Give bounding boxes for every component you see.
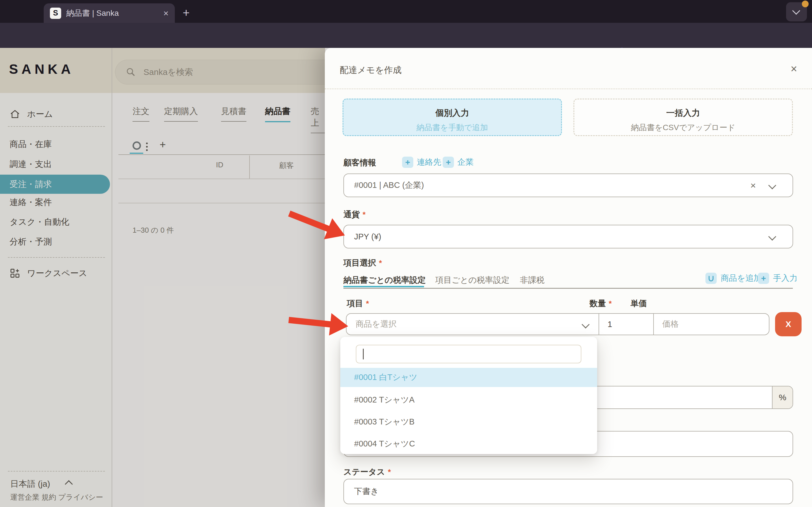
percent-suffix: % bbox=[772, 386, 793, 408]
quantity-input[interactable]: 1 bbox=[608, 320, 612, 329]
drawer-close-icon[interactable]: × bbox=[791, 62, 797, 75]
currency-select[interactable]: JPY (¥) bbox=[343, 225, 793, 248]
tax-tab-per-note[interactable]: 納品書ごとの税率設定 bbox=[343, 275, 426, 286]
row-divider bbox=[653, 314, 654, 335]
currency-label: 通貨* bbox=[343, 209, 366, 220]
active-tax-tab-underline bbox=[343, 286, 424, 287]
mode-subtitle: 納品書をCSVでアップロード bbox=[574, 122, 792, 133]
status-label: ステータス* bbox=[343, 466, 391, 478]
status-select-value: 下書き bbox=[354, 486, 379, 497]
drawer-divider bbox=[325, 89, 812, 89]
tax-tab-per-item[interactable]: 項目ごとの税率設定 bbox=[435, 275, 509, 286]
mode-subtitle: 納品書を手動で追加 bbox=[343, 122, 561, 133]
add-contact-label: 連絡先 bbox=[417, 157, 441, 168]
create-delivery-note-drawer: 配達メモを作成 × 個別入力 納品書を手動で追加 一括入力 納品書をCSVでアッ… bbox=[325, 48, 812, 507]
dropdown-option[interactable]: #0002 TシャツA bbox=[340, 390, 597, 409]
customer-info-label: 顧客情報 bbox=[343, 157, 376, 168]
add-company-label: 企業 bbox=[457, 157, 474, 168]
product-select[interactable]: 商品を選択 bbox=[356, 319, 397, 330]
tab-title: 納品書 | Sanka bbox=[66, 8, 158, 18]
chevron-down-icon bbox=[792, 7, 800, 15]
plus-icon: + bbox=[402, 157, 413, 168]
screen: S 納品書 | Sanka × + ← → app.sanka.io/ja bbox=[0, 0, 812, 507]
tab-search-button[interactable] bbox=[786, 2, 807, 21]
price-input[interactable]: 価格 bbox=[662, 319, 679, 330]
add-company-button[interactable]: + 企業 bbox=[443, 157, 474, 168]
mode-bulk-card[interactable]: 一括入力 納品書をCSVでアップロード bbox=[573, 99, 793, 136]
modal-dim-overlay bbox=[0, 48, 325, 507]
update-dot-badge bbox=[802, 1, 809, 7]
browser-toolbar: ← → app.sanka.io/ja/modules/orders/deliv… bbox=[0, 23, 812, 48]
browser-tab[interactable]: S 納品書 | Sanka × bbox=[44, 3, 175, 23]
drawer-title: 配達メモを作成 bbox=[340, 64, 402, 76]
item-selection-label: 項目選択* bbox=[343, 258, 382, 269]
chevron-down-icon[interactable] bbox=[768, 181, 776, 189]
new-tab-button[interactable]: + bbox=[183, 6, 190, 20]
manual-entry-label: 手入力 bbox=[773, 273, 798, 284]
delete-row-button[interactable]: X bbox=[775, 312, 802, 336]
add-product-button[interactable]: 商品を追加 bbox=[705, 273, 762, 284]
text-cursor bbox=[363, 349, 364, 359]
shopping-bag-icon bbox=[705, 273, 717, 284]
tab-favicon: S bbox=[50, 8, 61, 19]
plus-icon: + bbox=[443, 157, 454, 168]
column-qty-label: 数量* bbox=[590, 298, 612, 309]
dropdown-option[interactable]: #0001 白Tシャツ bbox=[340, 368, 597, 387]
plus-icon: + bbox=[758, 273, 769, 284]
browser-tabstrip: S 納品書 | Sanka × + bbox=[0, 0, 812, 23]
tab-close-icon[interactable]: × bbox=[163, 9, 168, 18]
chevron-down-icon[interactable] bbox=[768, 233, 776, 240]
mode-individual-card[interactable]: 個別入力 納品書を手動で追加 bbox=[343, 99, 562, 136]
app-window: SANKA ホーム 商品・在庫 調達・支出 受注・請求 連絡・案件 bbox=[0, 48, 812, 507]
drag-handle-icon[interactable] bbox=[338, 322, 340, 330]
add-contact-button[interactable]: + 連絡先 bbox=[402, 157, 441, 168]
currency-select-value: JPY (¥) bbox=[354, 232, 381, 241]
item-row: 商品を選択 1 価格 bbox=[346, 313, 769, 335]
mode-title: 一括入力 bbox=[574, 107, 792, 119]
tax-tab-exempt[interactable]: 非課税 bbox=[520, 275, 545, 286]
clear-icon[interactable]: × bbox=[750, 180, 756, 191]
chevron-down-icon[interactable] bbox=[581, 321, 590, 328]
dropdown-search-input[interactable] bbox=[356, 345, 581, 363]
column-price-label: 単価 bbox=[630, 298, 647, 309]
customer-select[interactable]: #0001 | ABC (企業) × bbox=[343, 173, 793, 197]
mode-title: 個別入力 bbox=[343, 107, 561, 119]
dropdown-option[interactable]: #0004 TシャツC bbox=[340, 434, 597, 453]
add-product-label: 商品を追加 bbox=[721, 273, 762, 284]
dropdown-option[interactable]: #0003 TシャツB bbox=[340, 412, 597, 432]
manual-entry-button[interactable]: + 手入力 bbox=[758, 273, 798, 284]
status-select[interactable]: 下書き bbox=[343, 479, 793, 504]
column-item-label: 項目* bbox=[347, 298, 369, 309]
product-dropdown: #0001 白Tシャツ #0002 TシャツA #0003 TシャツB #000… bbox=[340, 337, 597, 454]
tax-tabs-rule bbox=[343, 288, 793, 289]
customer-select-value: #0001 | ABC (企業) bbox=[354, 180, 424, 191]
row-divider bbox=[599, 314, 599, 335]
